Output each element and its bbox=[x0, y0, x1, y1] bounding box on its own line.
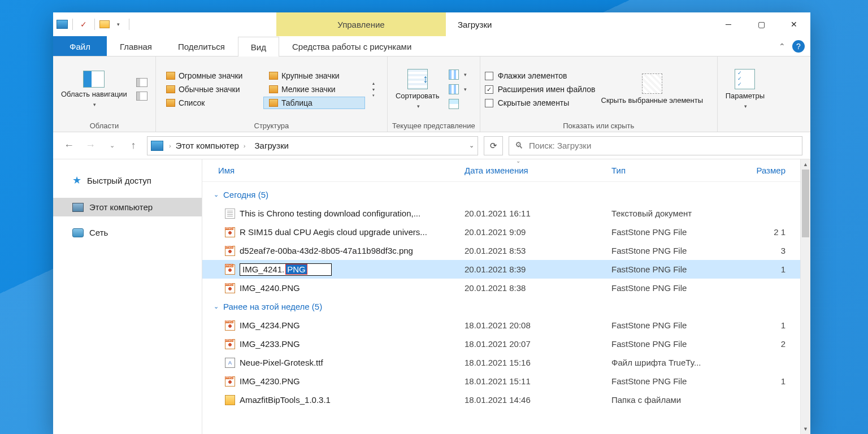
ribbon-group-label: Области bbox=[58, 120, 151, 131]
tab-file[interactable]: Файл bbox=[53, 36, 107, 56]
layout-scroll-down[interactable]: ▼ bbox=[370, 86, 377, 92]
layout-small[interactable]: Мелкие значки bbox=[263, 83, 365, 96]
titlebar: ✓ ▾ Управление Загрузки ─ ▢ ✕ bbox=[53, 12, 810, 36]
vertical-scrollbar[interactable]: ▲ ▼ bbox=[800, 159, 810, 434]
qat-dropdown-icon[interactable]: ▾ bbox=[112, 18, 124, 31]
file-size: 1 bbox=[736, 264, 791, 274]
back-button[interactable]: ← bbox=[61, 138, 77, 154]
file-type: FastStone PNG File bbox=[611, 283, 736, 293]
sidebar-network[interactable]: Сеть bbox=[53, 223, 202, 242]
details-pane-button[interactable] bbox=[133, 90, 151, 102]
file-row[interactable]: R SIM15 dual CPU Aegis cloud upgrade uni… bbox=[202, 223, 800, 241]
tab-picture-tools[interactable]: Средства работы с рисунками bbox=[279, 36, 424, 56]
file-type: FastStone PNG File bbox=[611, 320, 736, 330]
layout-details[interactable]: Таблица bbox=[263, 97, 365, 109]
item-checkboxes-toggle[interactable]: Флажки элементов bbox=[485, 70, 596, 82]
navigation-pane-icon bbox=[83, 71, 105, 88]
column-header-size[interactable]: Размер bbox=[736, 166, 791, 175]
file-type: FastStone PNG File bbox=[611, 227, 736, 237]
layout-more[interactable]: ▾ bbox=[370, 93, 377, 98]
ribbon-group-label: Текущее представление bbox=[392, 120, 475, 131]
ribbon-group-show-hide: Флажки элементов ✓Расширения имен файлов… bbox=[480, 57, 718, 132]
search-icon: 🔍︎ bbox=[515, 141, 523, 150]
column-headers: ⌄ Имя Дата изменения Тип Размер bbox=[202, 159, 800, 182]
columns-icon bbox=[449, 84, 459, 94]
sidebar-this-pc[interactable]: Этот компьютер bbox=[53, 198, 202, 216]
search-box[interactable]: 🔍︎ Поиск: Загрузки bbox=[509, 136, 802, 155]
tab-view[interactable]: Вид bbox=[238, 37, 279, 57]
forward-button[interactable]: → bbox=[83, 138, 98, 154]
group-by-button[interactable] bbox=[445, 68, 470, 81]
size-columns-button[interactable] bbox=[445, 98, 470, 110]
layout-icon bbox=[269, 99, 278, 107]
details-pane-icon bbox=[136, 92, 147, 101]
file-row[interactable]: IMG_4234.PNG18.01.2021 20:08FastStone PN… bbox=[202, 316, 800, 335]
file-name: Neue-Pixel-Grotesk.ttf bbox=[240, 358, 323, 367]
navigation-pane-button[interactable]: Область навигации bbox=[58, 70, 131, 109]
group-header[interactable]: ⌄Сегодня (5) bbox=[202, 185, 800, 204]
recent-locations-button[interactable]: ⌄ bbox=[104, 138, 120, 154]
layout-scroll-up[interactable]: ▲ bbox=[370, 80, 377, 86]
properties-icon[interactable]: ✓ bbox=[77, 18, 90, 31]
layout-extra-large[interactable]: Огромные значки bbox=[160, 70, 262, 82]
maximize-button[interactable]: ▢ bbox=[745, 12, 778, 36]
breadcrumb-item[interactable]: ›Этот компьютер› bbox=[166, 141, 249, 150]
file-row[interactable]: AmazfitBipTools_1.0.3.118.01.2021 14:46П… bbox=[202, 390, 800, 409]
hidden-items-toggle[interactable]: Скрытые элементы bbox=[485, 97, 596, 109]
file-row[interactable]: ANeue-Pixel-Grotesk.ttf18.01.2021 15:16Ф… bbox=[202, 353, 800, 372]
ribbon-group-label: Показать или скрыть bbox=[485, 120, 713, 131]
layout-medium[interactable]: Обычные значки bbox=[160, 83, 262, 96]
chevron-down-icon: ⌄ bbox=[214, 303, 219, 310]
file-date: 20.01.2021 9:09 bbox=[465, 227, 611, 237]
close-button[interactable]: ✕ bbox=[778, 12, 810, 36]
ribbon: Область навигации Области Огромные значк… bbox=[53, 57, 810, 132]
tab-share[interactable]: Поделиться bbox=[165, 36, 238, 56]
file-row[interactable]: IMG_4230.PNG18.01.2021 15:11FastStone PN… bbox=[202, 372, 800, 390]
address-bar[interactable]: ›Этот компьютер› Загрузки ⌄ bbox=[147, 136, 478, 155]
file-row[interactable]: IMG_4241.PNG20.01.2021 8:39FastStone PNG… bbox=[202, 260, 800, 279]
file-row[interactable]: IMG_4240.PNG20.01.2021 8:38FastStone PNG… bbox=[202, 279, 800, 297]
ttf-file-icon: A bbox=[225, 358, 235, 368]
minimize-button[interactable]: ─ bbox=[712, 12, 745, 36]
address-dropdown-icon[interactable]: ⌄ bbox=[469, 142, 474, 149]
file-list[interactable]: ⌄Сегодня (5)This is Chrono testing downl… bbox=[202, 182, 800, 434]
file-extensions-toggle[interactable]: ✓Расширения имен файлов bbox=[485, 83, 596, 96]
rename-input[interactable]: IMG_4241.PNG bbox=[240, 263, 332, 276]
preview-pane-button[interactable] bbox=[133, 77, 151, 88]
column-header-date[interactable]: Дата изменения bbox=[465, 166, 611, 175]
file-row[interactable]: IMG_4233.PNG18.01.2021 20:07FastStone PN… bbox=[202, 335, 800, 353]
file-row[interactable]: This is Chrono testing download configur… bbox=[202, 204, 800, 223]
scroll-thumb[interactable] bbox=[802, 170, 809, 237]
scroll-up-button[interactable]: ▲ bbox=[801, 159, 810, 170]
breadcrumb-item[interactable]: Загрузки bbox=[251, 141, 292, 150]
column-header-type[interactable]: Тип bbox=[611, 166, 736, 175]
collapse-ribbon-icon[interactable]: ⌃ bbox=[779, 42, 785, 51]
hide-selected-button[interactable]: Скрыть выбранные элементы bbox=[598, 72, 707, 106]
tab-home[interactable]: Главная bbox=[107, 36, 165, 56]
layout-icon bbox=[166, 72, 175, 80]
file-row[interactable]: d52eaf7e-00ba-43d2-8b05-47a11b98df3c.png… bbox=[202, 241, 800, 260]
layout-large[interactable]: Крупные значки bbox=[263, 70, 365, 82]
sort-indicator-icon: ⌄ bbox=[516, 158, 520, 164]
file-size: 1 bbox=[736, 320, 791, 330]
file-size: 3 bbox=[736, 246, 791, 255]
file-date: 20.01.2021 8:39 bbox=[465, 264, 611, 274]
add-columns-button[interactable] bbox=[445, 83, 470, 96]
help-button[interactable]: ? bbox=[792, 40, 805, 53]
group-header[interactable]: ⌄Ранее на этой неделе (5) bbox=[202, 297, 800, 316]
options-button[interactable]: Параметры bbox=[722, 68, 768, 111]
file-name: IMG_4234.PNG bbox=[240, 320, 300, 330]
sidebar-quick-access[interactable]: ★Быстрый доступ bbox=[53, 170, 202, 191]
new-folder-icon[interactable] bbox=[99, 20, 110, 28]
layout-list[interactable]: Список bbox=[160, 97, 262, 109]
refresh-button[interactable]: ⟳ bbox=[484, 136, 503, 155]
column-header-name[interactable]: Имя bbox=[202, 166, 465, 175]
up-button[interactable]: ↑ bbox=[125, 138, 141, 154]
png-file-icon bbox=[225, 264, 235, 275]
file-size: 1 bbox=[736, 376, 791, 386]
scroll-down-button[interactable]: ▼ bbox=[801, 424, 810, 434]
file-date: 20.01.2021 8:38 bbox=[465, 283, 611, 293]
png-file-icon bbox=[225, 283, 235, 293]
file-type: Файл шрифта TrueTy... bbox=[611, 358, 736, 367]
sort-by-button[interactable]: Сортировать bbox=[392, 68, 443, 111]
